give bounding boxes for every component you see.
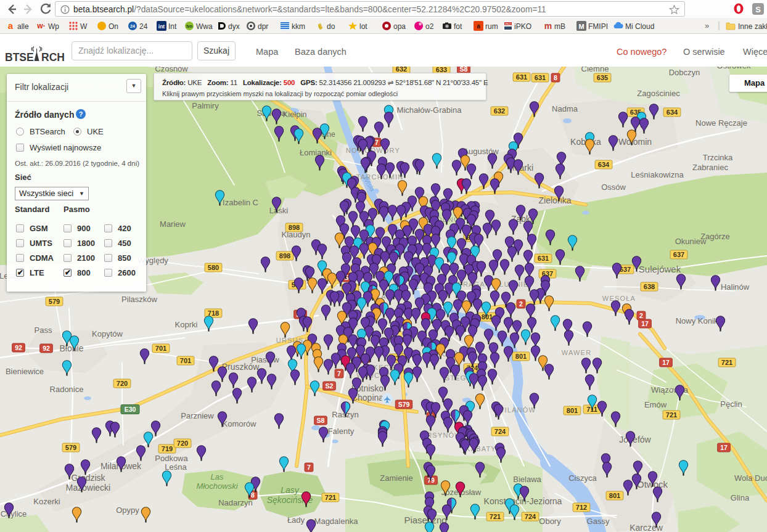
svg-text:int: int [158,23,165,30]
svg-text:Ostrówek: Ostrówek [717,67,751,70]
svg-text:Nowy Konik: Nowy Konik [676,316,718,325]
svg-text:721: 721 [490,513,501,520]
svg-text:580: 580 [208,264,219,271]
svg-text:8: 8 [554,74,557,81]
svg-text:634: 634 [598,161,610,168]
svg-text:801: 801 [482,313,493,321]
svg-text:Pilaszków: Pilaszków [121,295,157,304]
svg-text:Magdalenka: Magdalenka [314,517,359,526]
svg-text:721: 721 [325,494,336,501]
svg-text:Wola Ducka: Wola Ducka [734,473,767,483]
svg-text:2: 2 [519,300,523,308]
svg-text:WAWER: WAWER [562,349,592,356]
svg-text:Parzniew: Parzniew [181,411,214,420]
svg-text:Młochowski: Młochowski [196,481,238,491]
svg-text:Kozerki: Kozerki [33,497,60,506]
svg-text:Michałów-Grabina: Michałów-Grabina [397,105,462,115]
svg-text:S8: S8 [317,417,325,424]
svg-text:92: 92 [43,345,50,352]
svg-text:Podkowa: Podkowa [155,454,188,463]
svg-text:579: 579 [65,444,76,451]
svg-text:801: 801 [567,407,578,414]
svg-text:Leśna: Leśna [165,462,187,472]
svg-text:2: 2 [639,312,643,319]
svg-text:Lasy: Lasy [281,485,300,495]
svg-text:Kopytów: Kopytów [92,329,123,338]
svg-text:7: 7 [337,370,341,377]
svg-text:634: 634 [667,108,678,116]
svg-text:tvn: tvn [186,24,192,28]
svg-text:898: 898 [279,252,290,260]
svg-text:Halinów: Halinów [721,282,750,292]
svg-text:m: m [544,21,552,31]
svg-text:WESOŁA: WESOŁA [602,295,636,302]
svg-text:701: 701 [180,357,191,364]
svg-text:Zagościniec: Zagościniec [637,89,680,98]
svg-text:Glina: Glina [731,493,750,502]
svg-text:Opypy: Opypy [116,505,139,515]
svg-text:Konstancin-Jeziorna: Konstancin-Jeziorna [484,496,562,506]
svg-text:Łomianki: Łomianki [300,148,332,157]
svg-text:Nowe Ręczaje: Nowe Ręczaje [695,118,747,128]
svg-text:RCH: RCH [41,51,65,63]
svg-text:Sulejówek: Sulejówek [639,264,681,274]
svg-text:Gassy: Gassy [587,517,610,526]
svg-text:24: 24 [130,24,135,28]
svg-text:Laski: Laski [269,206,288,215]
svg-text:BTSE: BTSE [5,51,34,63]
svg-text:Radonice: Radonice [50,385,84,394]
svg-text:Łady: Łady [287,515,305,525]
svg-text:Zamienie: Zamienie [380,473,412,483]
svg-text:Dobczyn: Dobczyn [669,68,700,77]
svg-text:Koprki: Koprki [175,320,198,329]
svg-text:w·: w· [36,22,45,30]
svg-text:a: a [477,23,480,30]
svg-text:Bieniewice: Bieniewice [6,367,44,376]
svg-text:719: 719 [162,445,173,452]
svg-text:721: 721 [721,359,732,366]
svg-text:Obory: Obory [539,517,561,526]
svg-text:712: 712 [576,504,587,511]
svg-text:724: 724 [525,513,536,520]
svg-text:Pęclin: Pęclin [720,399,742,409]
svg-text:17: 17 [720,444,728,451]
svg-text:Leśniakowizna: Leśniakowizna [631,170,684,179]
svg-text:17: 17 [662,359,670,366]
svg-text:724: 724 [494,428,506,435]
svg-text:701: 701 [155,345,166,352]
svg-text:579: 579 [49,298,60,305]
svg-text:632: 632 [396,67,407,73]
svg-text:720: 720 [177,440,188,447]
svg-text:Wołomin: Wołomin [618,137,652,147]
svg-text:Emów: Emów [644,400,667,409]
svg-text:S79: S79 [398,401,410,408]
svg-text:Nadarzyn: Nadarzyn [218,498,253,507]
svg-text:a: a [8,21,14,31]
svg-text:Karczew: Karczew [630,523,663,532]
svg-text:Nadma: Nadma [552,104,578,113]
svg-text:Zabraniec: Zabraniec [692,163,728,172]
svg-text:637: 637 [673,251,684,258]
svg-text:631: 631 [516,73,527,81]
svg-text:Komorów: Komorów [223,419,257,428]
svg-text:Ossów: Ossów [601,182,626,192]
svg-text:721: 721 [666,411,677,419]
svg-text:Mariew: Mariew [160,219,186,229]
svg-text:Zielonka: Zielonka [539,195,572,205]
svg-text:PKO: PKO [505,23,511,26]
svg-text:Józefów: Józefów [619,435,651,444]
svg-text:WILANÓW: WILANÓW [498,406,536,414]
svg-text:Piastów: Piastów [251,355,279,364]
svg-text:Ciszyca: Ciszyca [568,473,597,483]
svg-text:Izabelin C: Izabelin C [223,198,258,207]
svg-text:Chylice: Chylice [1,509,27,518]
svg-text:801: 801 [515,353,527,360]
svg-text:720: 720 [117,380,128,387]
svg-text:Palmiry: Palmiry [192,101,219,110]
svg-text:631: 631 [538,255,549,262]
svg-text:92: 92 [15,344,22,351]
svg-text:Ciemne: Ciemne [581,67,609,73]
svg-text:E30: E30 [125,406,136,413]
svg-text:Mazowiecki: Mazowiecki [66,483,110,493]
svg-text:635: 635 [597,74,608,81]
